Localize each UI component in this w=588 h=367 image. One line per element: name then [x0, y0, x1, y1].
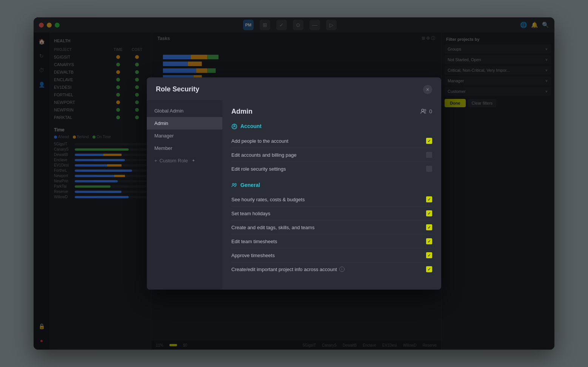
check-icon: ✓: [428, 139, 431, 143]
perm-set-holidays: Set team holidays ✓: [231, 207, 432, 221]
modal-sidebar: Global Admin Admin Manager Member + Cust…: [147, 100, 222, 290]
svg-point-38: [422, 109, 424, 111]
perm-edit-accounts-label: Edit accounts and billing page: [231, 152, 297, 158]
account-section: Account Add people to the account ✓ Edit…: [231, 123, 432, 176]
account-icon: [231, 123, 237, 130]
sparkle-icon: ✦: [192, 158, 195, 163]
perm-see-rates: See hourly rates, costs & budgets ✓: [231, 193, 432, 207]
check-icon: ✓: [428, 197, 431, 202]
perm-approve-timesheets-toggle[interactable]: ✓: [426, 252, 432, 258]
general-section-title: General: [231, 182, 432, 188]
info-icon[interactable]: i: [339, 267, 345, 272]
perm-edit-role-security-toggle[interactable]: [426, 166, 432, 172]
perm-see-rates-toggle[interactable]: ✓: [426, 196, 432, 202]
perm-edit-role-security: Edit role security settings: [231, 162, 432, 176]
svg-point-43: [235, 184, 236, 185]
role-security-modal: Role Security × Global Admin Admin Manag…: [147, 77, 441, 290]
svg-point-42: [232, 184, 234, 185]
modal-main: Admin 0: [222, 100, 441, 290]
perm-add-people: Add people to the account ✓: [231, 134, 432, 148]
svg-point-41: [234, 125, 235, 126]
general-section: General See hourly rates, costs & budget…: [231, 182, 432, 276]
modal-close-button[interactable]: ×: [423, 85, 432, 94]
perm-approve-timesheets: Approve timesheets ✓: [231, 248, 432, 262]
modal-title: Role Security: [156, 85, 199, 93]
role-item-manager[interactable]: Manager: [147, 130, 222, 142]
check-icon: ✓: [428, 267, 431, 271]
check-icon: ✓: [428, 253, 431, 258]
user-count-icon: [420, 108, 427, 115]
perm-edit-timesheets: Edit team timesheets ✓: [231, 234, 432, 248]
perm-set-holidays-toggle[interactable]: ✓: [426, 210, 432, 216]
perm-set-holidays-label: Set team holidays: [231, 211, 270, 216]
perm-create-tags: Create and edit tags, skills, and teams …: [231, 221, 432, 234]
role-item-global-admin[interactable]: Global Admin: [147, 105, 222, 117]
role-item-admin[interactable]: Admin: [147, 117, 222, 130]
check-icon: ✓: [428, 211, 431, 216]
account-section-title: Account: [231, 123, 432, 130]
add-role-label: Custom Role: [160, 158, 188, 163]
add-custom-role-button[interactable]: + Custom Role ✦: [147, 154, 222, 167]
perm-create-edit-project-info-label: Create/edit important project info acros…: [231, 267, 345, 272]
user-count-value: 0: [429, 108, 432, 114]
perm-create-tags-toggle[interactable]: ✓: [426, 224, 432, 230]
role-user-count: 0: [420, 108, 432, 115]
modal-header: Role Security ×: [147, 77, 441, 100]
account-label: Account: [240, 123, 262, 129]
role-name-title: Admin: [231, 108, 252, 116]
check-icon: ✓: [428, 239, 431, 244]
perm-edit-accounts: Edit accounts and billing page: [231, 148, 432, 162]
perm-add-people-label: Add people to the account: [231, 138, 288, 144]
perm-approve-timesheets-label: Approve timesheets: [231, 253, 275, 258]
perm-add-people-toggle[interactable]: ✓: [426, 138, 432, 144]
role-header: Admin 0: [231, 108, 432, 116]
perm-edit-role-security-label: Edit role security settings: [231, 166, 286, 172]
check-icon: ✓: [428, 225, 431, 230]
modal-body: Global Admin Admin Manager Member + Cust…: [147, 100, 441, 290]
perm-edit-accounts-toggle[interactable]: [426, 152, 432, 158]
perm-create-edit-project-info: Create/edit important project info acros…: [231, 262, 432, 276]
modal-overlay[interactable]: Role Security × Global Admin Admin Manag…: [0, 0, 588, 367]
role-item-member[interactable]: Member: [147, 142, 222, 154]
svg-point-39: [424, 109, 426, 111]
perm-edit-timesheets-label: Edit team timesheets: [231, 239, 277, 244]
perm-edit-timesheets-toggle[interactable]: ✓: [426, 238, 432, 244]
plus-icon: +: [154, 158, 157, 163]
perm-create-edit-project-info-toggle[interactable]: ✓: [426, 266, 432, 272]
general-icon: [231, 182, 237, 188]
perm-see-rates-label: See hourly rates, costs & budgets: [231, 197, 305, 202]
perm-create-tags-label: Create and edit tags, skills, and teams: [231, 225, 314, 230]
general-label: General: [240, 182, 260, 188]
